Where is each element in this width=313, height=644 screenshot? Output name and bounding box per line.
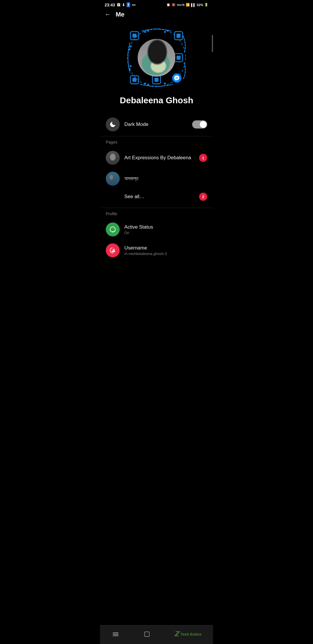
messenger-badge — [172, 73, 182, 83]
profile-name: Debaleena Ghosh — [114, 95, 199, 105]
page-title: Me — [116, 11, 125, 18]
active-status-text: Active Status On — [124, 224, 207, 235]
svg-rect-21 — [129, 68, 130, 70]
see-all-badge: 2 — [199, 193, 207, 201]
divider-2 — [100, 208, 213, 208]
at-icon — [109, 247, 116, 254]
username-subtitle: m.me/debaleena.ghosh.3 — [124, 252, 207, 256]
svg-rect-12 — [147, 30, 149, 32]
dark-mode-label: Dark Mode — [124, 122, 188, 127]
pages-section: Pages Art Expressions By Debaleena 1 অসম… — [100, 138, 213, 207]
see-all-label: See all… — [124, 194, 194, 200]
status-bar: 23:43 🖼 ⬇ f ••• ⏰ 🔕 VoLTE 📶 ▌▌ 52% 🔋 — [100, 0, 213, 8]
avatar-image — [138, 39, 175, 77]
dark-mode-text: Dark Mode — [124, 122, 188, 127]
see-all-text: See all… — [124, 194, 194, 200]
lte-icon: VoLTE — [177, 3, 185, 6]
moon-icon — [109, 121, 116, 128]
svg-rect-17 — [164, 83, 166, 84]
signal-icon: ▌▌ — [191, 3, 196, 7]
username-title: Username — [124, 245, 207, 251]
svg-rect-4 — [176, 34, 181, 38]
see-all-item[interactable]: See all… 2 — [100, 189, 213, 204]
mute-icon: 🔕 — [172, 3, 176, 7]
incomplete-page-icon — [106, 172, 120, 186]
profile-settings-section: Profile Active Status On Username m.me/d… — [100, 209, 213, 263]
svg-rect-6 — [132, 78, 137, 82]
dark-mode-icon — [106, 117, 120, 131]
art-page-text: Art Expressions By Debaleena — [124, 155, 194, 161]
battery-icon: 🔋 — [204, 3, 208, 7]
svg-rect-20 — [130, 65, 132, 67]
image-icon: 🖼 — [117, 3, 120, 7]
pages-section-label: Pages — [100, 138, 213, 147]
status-left: 23:43 🖼 ⬇ f ••• — [105, 2, 136, 7]
svg-rect-18 — [130, 46, 132, 47]
toggle-track — [192, 120, 207, 129]
svg-rect-14 — [167, 30, 169, 32]
incomplete-page-title: অসমাপ্ত — [124, 176, 207, 182]
svg-rect-8 — [176, 56, 181, 60]
chat-icon — [109, 226, 117, 233]
page-item-incomplete[interactable]: অসমাপ্ত — [100, 168, 213, 189]
profile-section-label: Profile — [100, 209, 213, 219]
scroll-indicator — [212, 35, 213, 52]
divider-1 — [100, 136, 213, 136]
status-right: ⏰ 🔕 VoLTE 📶 ▌▌ 52% 🔋 — [166, 3, 208, 7]
incomplete-page-text: অসমাপ্ত — [124, 176, 207, 182]
svg-rect-19 — [129, 48, 130, 50]
username-icon — [106, 243, 120, 257]
svg-rect-2 — [132, 34, 137, 38]
page-item-art[interactable]: Art Expressions By Debaleena 1 — [100, 147, 213, 168]
art-page-icon — [106, 151, 120, 165]
active-status-icon — [106, 222, 120, 236]
username-text: Username m.me/debaleena.ghosh.3 — [124, 245, 207, 256]
battery-label: 52% — [197, 3, 203, 7]
status-time: 23:43 — [105, 3, 115, 7]
svg-rect-11 — [144, 31, 146, 33]
dark-mode-item[interactable]: Dark Mode — [100, 114, 213, 135]
username-item[interactable]: Username m.me/debaleena.ghosh.3 — [100, 240, 213, 261]
profile-section: Debaleena Ghosh — [100, 23, 213, 114]
active-status-subtitle: On — [124, 231, 207, 235]
more-icon: ••• — [132, 3, 136, 7]
alarm-icon: ⏰ — [166, 3, 170, 7]
facebook-icon: f — [127, 2, 130, 7]
download-icon: ⬇ — [122, 3, 125, 7]
art-page-title: Art Expressions By Debaleena — [124, 155, 194, 161]
back-button[interactable]: ← — [105, 11, 111, 18]
dark-mode-toggle[interactable] — [192, 120, 207, 129]
avatar-qr-container[interactable] — [125, 26, 188, 90]
wifi-icon: 📶 — [186, 3, 190, 7]
svg-rect-15 — [144, 83, 146, 84]
svg-rect-13 — [164, 31, 166, 33]
svg-rect-16 — [147, 84, 149, 86]
svg-rect-10 — [154, 78, 159, 82]
art-page-badge: 1 — [199, 154, 207, 162]
bottom-spacer — [100, 263, 213, 286]
toggle-knob — [200, 121, 207, 128]
active-status-item[interactable]: Active Status On — [100, 219, 213, 240]
active-status-title: Active Status — [124, 224, 207, 230]
messenger-icon — [174, 75, 180, 81]
top-nav: ← Me — [100, 8, 213, 23]
